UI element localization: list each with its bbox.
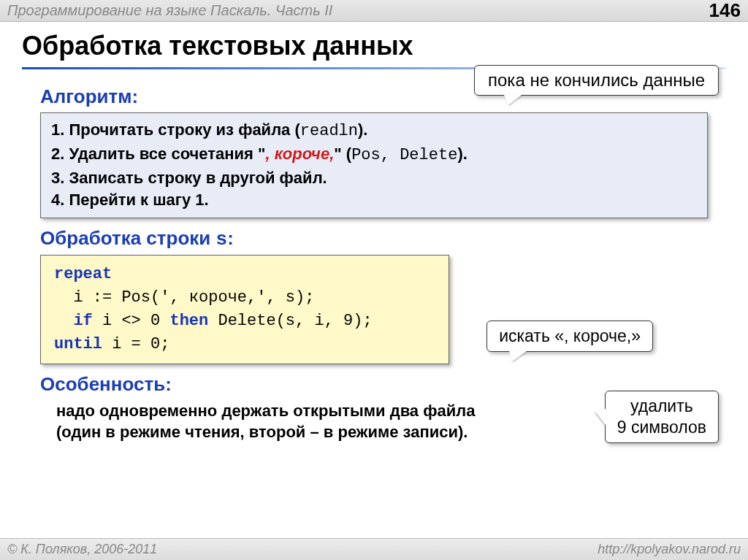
callout-text: пока не кончились данные [488,70,705,90]
callout-search: искать «, короче,» [486,321,653,352]
code-line-2: i := Pos(', короче,', s); [54,288,314,307]
algo-step-1: 1. Прочитать строку из файла (readln). [51,119,697,143]
algorithm-box: 1. Прочитать строку из файла (readln). 2… [40,112,708,218]
callout-tail [509,351,527,361]
processing-label: Обработка строки s: [40,227,708,250]
breadcrumb: Программирование на языке Паскаль. Часть… [7,2,332,19]
footer-copyright: © К. Поляков, 2006-2011 [7,542,157,557]
kw-then: then [169,312,208,330]
callout-text-l1: удалить [617,396,706,417]
kw-if: if [73,312,92,330]
code-box: repeat i := Pos(', короче,', s); if i <>… [40,255,449,364]
callout-loop-condition: пока не кончились данные [474,65,719,96]
callout-delete: удалить 9 символов [605,391,719,443]
callout-tail [504,95,522,105]
callout-tail [595,409,606,425]
callout-text: искать «, короче,» [499,326,641,345]
algo-step-2: 2. Удалить все сочетания ", короче," (Po… [51,143,697,167]
kw-until: until [54,335,102,353]
content-area: пока не кончились данные Алгоритм: 1. Пр… [0,69,748,443]
kw-repeat: repeat [54,265,112,283]
header-bar: Программирование на языке Паскаль. Часть… [0,0,748,22]
page-title: Обработка текстовых данных [0,22,748,67]
footer-bar: © К. Поляков, 2006-2011 http://kpolyakov… [0,538,748,560]
algo-step-4: 4. Перейти к шагу 1. [51,189,697,212]
callout-text-l2: 9 символов [617,417,706,438]
footer-url: http://kpolyakov.narod.ru [598,542,741,557]
page-number: 146 [709,0,741,22]
algo-step-3: 3. Записать строку в другой файл. [51,167,697,190]
